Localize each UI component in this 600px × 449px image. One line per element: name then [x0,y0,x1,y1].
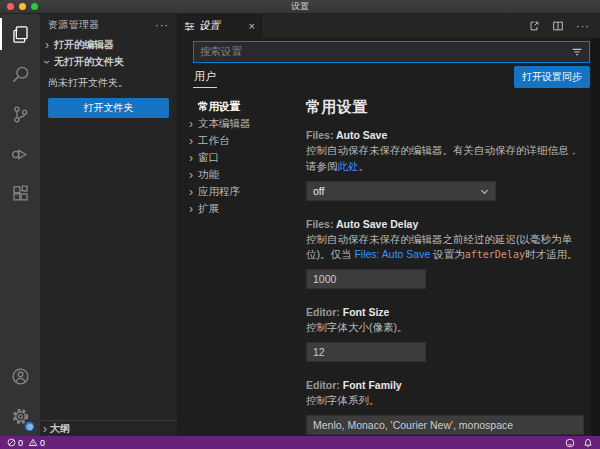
scope-tab-user[interactable]: 用户 [193,65,217,88]
search-placeholder: 搜索设置 [200,45,571,59]
setting-doc-link[interactable]: 此处 [338,160,359,172]
toc-item-0[interactable]: 常用设置 [186,98,296,115]
setting-title: Files: Auto Save [306,129,586,141]
settings-gear-icon[interactable] [0,396,40,436]
run-debug-icon[interactable] [0,134,40,174]
setting-category: Editor: [306,306,343,318]
error-count: 0 [18,438,23,448]
settings-heading: 常用设置 [306,98,586,117]
setting-category: Editor: [306,379,343,391]
toc-item-label: 工作台 [198,134,230,148]
toc-item-3[interactable]: ›窗口 [186,149,296,166]
setting-title: Files: Auto Save Delay [306,218,586,230]
open-settings-json-icon[interactable] [528,20,540,32]
setting-description: 控制字体大小(像素)。 [306,320,586,336]
setting-row: Files: Auto Save Delay控制自动保存未保存的编辑器之前经过的… [306,218,586,290]
chevron-down-icon [481,186,488,193]
feedback-smiley-icon[interactable] [565,438,575,448]
setting-category: Files: [306,129,336,141]
warning-count: 0 [40,438,45,448]
toc-item-label: 扩展 [198,202,219,216]
settings-sliders-icon [184,21,195,32]
setting-row: Files: Auto Save控制自动保存未保存的编辑器。有关自动保存的详细信… [306,129,586,201]
setting-input-font-size[interactable] [306,342,426,362]
toc-item-1[interactable]: ›文本编辑器 [186,115,296,132]
toc-item-label: 文本编辑器 [198,117,251,131]
setting-title: Editor: Font Size [306,306,586,318]
settings-search-input[interactable]: 搜索设置 [193,41,590,63]
more-actions-icon[interactable]: ··· [576,20,590,32]
sidebar-title: 资源管理器 [48,18,100,32]
tab-settings[interactable]: 设置 × [178,14,262,38]
vscode-window: 设置 [0,0,600,449]
setting-description: 控制自动保存未保存的编辑器。有关自动保存的详细信息，请参阅此处。 [306,143,586,175]
chevron-right-icon: › [186,203,196,215]
toc-item-6[interactable]: ›扩展 [186,200,296,217]
outline-section[interactable]: › 大纲 [40,420,177,436]
toc-item-label: 常用设置 [198,100,240,114]
setting-name: Font Size [343,306,390,318]
toc-item-label: 窗口 [198,151,219,165]
error-icon [7,438,16,447]
setting-description: 控制字体系列。 [306,393,586,409]
setting-category: Files: [306,218,336,230]
setting-name: Font Family [343,379,402,391]
setting-select-auto-save[interactable]: off [306,181,496,201]
setting-row: Editor: Font Family控制字体系列。 [306,379,586,435]
chevron-right-icon: › [186,169,196,181]
settings-content: 常用设置 Files: Auto Save控制自动保存未保存的编辑器。有关自动保… [296,90,600,436]
status-bar: 0 0 [0,436,600,449]
setting-row: Editor: Font Size控制字体大小(像素)。 [306,306,586,362]
chevron-right-icon: › [186,135,196,147]
setting-desc-text: 控制字体系列。 [306,394,380,406]
select-value: off [313,185,324,197]
search-icon[interactable] [0,54,40,94]
window-title: 设置 [0,0,600,13]
toc-item-4[interactable]: ›功能 [186,166,296,183]
outline-label: 大纲 [50,422,70,436]
editor-group: 设置 × ··· [178,14,600,436]
settings-sync-button[interactable]: 打开设置同步 [514,66,590,88]
setting-name: Auto Save Delay [336,218,418,230]
setting-desc-text: 控制字体大小(像素)。 [306,321,408,333]
setting-name: Auto Save [336,129,387,141]
warning-icon [28,438,38,447]
chevron-right-icon: › [40,423,50,435]
split-editor-icon[interactable] [552,20,564,32]
setting-code-value: afterDelay [465,249,525,260]
setting-doc-link[interactable]: Files: Auto Save [354,248,430,260]
scrollbar[interactable] [591,38,600,436]
chevron-down-icon: › [41,57,53,67]
extensions-icon[interactable] [0,174,40,214]
tab-title: 设置 [199,19,245,33]
sidebar-more-actions-icon[interactable]: ··· [155,19,169,31]
settings-editor: 搜索设置 用户 打开设置同步 常用设置›文本编辑器›工作台›窗口›功能›应用程序… [178,38,600,436]
open-folder-button[interactable]: 打开文件夹 [48,98,169,118]
notifications-bell-icon[interactable] [583,438,593,448]
toc-item-label: 功能 [198,168,219,182]
source-control-icon[interactable] [0,94,40,134]
setting-input-auto-save-delay[interactable] [306,269,426,289]
settings-sync-badge [25,422,34,431]
tab-close-icon[interactable]: × [249,20,255,32]
tab-bar: 设置 × ··· [178,14,600,38]
chevron-right-icon: › [186,118,196,130]
open-editors-label: 打开的编辑器 [54,38,114,52]
chevron-right-icon: › [186,152,196,164]
toc-item-label: 应用程序 [198,185,240,199]
accounts-icon[interactable] [0,356,40,396]
chevron-right-icon: › [42,39,52,51]
toc-item-5[interactable]: ›应用程序 [186,183,296,200]
activity-bar [0,14,40,436]
chevron-right-icon: › [186,186,196,198]
filter-icon[interactable] [571,46,583,58]
setting-input-font-family[interactable] [306,415,584,435]
no-folder-section[interactable]: › 无打开的文件夹 [40,53,177,70]
toc-item-2[interactable]: ›工作台 [186,132,296,149]
settings-toc: 常用设置›文本编辑器›工作台›窗口›功能›应用程序›扩展 [178,90,296,436]
problems-status[interactable]: 0 0 [7,438,45,448]
explorer-icon[interactable] [0,14,40,54]
setting-desc-text: 。 [359,160,370,172]
setting-desc-text: 时才适用。 [525,248,578,260]
open-editors-section[interactable]: › 打开的编辑器 [40,36,177,53]
